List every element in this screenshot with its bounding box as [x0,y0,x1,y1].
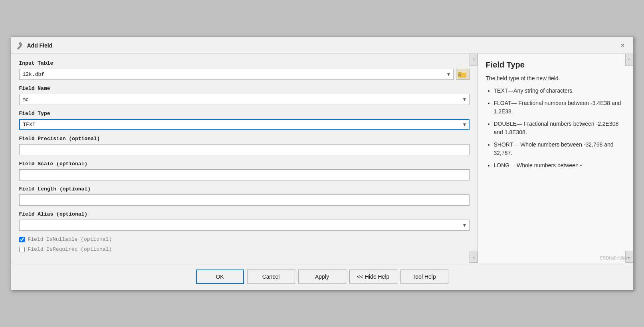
ok-button[interactable]: OK [196,270,244,284]
title-bar-left: Add Field [16,42,53,50]
field-alias-input[interactable] [19,220,470,231]
help-item-text: TEXT—Any string of characters. [494,87,625,95]
right-panel: ⌃ Field Type The field type of the new f… [478,54,633,263]
field-isnullable-label: Field IsNullable (optional) [28,236,112,242]
field-scale-input[interactable] [19,169,470,180]
scroll-up-button[interactable]: ⌃ [470,54,478,66]
hide-help-button[interactable]: << Hide Help [349,270,397,284]
field-alias-row: ▼ [19,220,470,231]
left-panel: ⌃ Input Table ▼ [11,54,478,263]
browse-button[interactable] [456,69,470,80]
field-isnullable-checkbox[interactable] [19,237,25,242]
field-isrequired-label: Field IsRequired (optional) [28,246,112,252]
input-table-row: ▼ [19,69,470,80]
field-alias-section: Field Alias (optional) ▼ [19,211,470,231]
field-length-input[interactable] [19,194,470,206]
add-field-dialog: Add Field × ⌃ Input Table ▼ [11,37,634,290]
help-item-double: DOUBLE— Fractional numbers between -2.2E… [494,120,625,137]
footer: OK Cancel Apply << Hide Help Tool Help [11,263,633,290]
field-name-dropdown-wrapper: ▼ [19,94,470,105]
input-table-field[interactable] [19,69,454,80]
field-name-label: Field Name [19,85,470,91]
field-precision-row [19,144,470,155]
hammer-icon [16,42,24,50]
close-button[interactable]: × [617,40,628,51]
field-type-dropdown-wrapper: TEXT FLOAT DOUBLE SHORT LONG ▼ [19,119,470,130]
field-precision-label: Field Precision (optional) [19,136,470,142]
title-bar: Add Field × [11,37,633,54]
field-name-row: ▼ [19,94,470,105]
input-table-label: Input Table [19,60,470,66]
field-type-select[interactable]: TEXT FLOAT DOUBLE SHORT LONG [19,119,470,130]
help-item-short: SHORT— Whole numbers between -32,768 and… [494,141,625,157]
scroll-down-button[interactable]: ⌄ [470,251,478,263]
field-type-label: Field Type [19,111,470,117]
apply-button[interactable]: Apply [298,270,346,284]
field-isnullable-row: Field IsNullable (optional) [19,236,470,242]
svg-rect-1 [17,44,22,49]
field-precision-section: Field Precision (optional) [19,136,470,155]
help-title: Field Type [486,60,625,69]
field-isrequired-row: Field IsRequired (optional) [19,246,470,252]
help-item-float: FLOAT— Fractional numbers between -3.4E3… [494,99,625,116]
field-scale-label: Field Scale (optional) [19,161,470,167]
field-name-input[interactable] [19,94,470,105]
field-isrequired-checkbox[interactable] [19,247,25,252]
field-name-section: Field Name ▼ [19,85,470,105]
input-table-dropdown-wrapper: ▼ [19,69,454,80]
cancel-button[interactable]: Cancel [247,270,295,284]
field-length-label: Field Length (optional) [19,186,470,192]
field-scale-section: Field Scale (optional) [19,161,470,180]
field-precision-input[interactable] [19,144,470,155]
field-scale-row [19,169,470,180]
watermark: CSDN@元至kk [600,255,630,261]
field-alias-dropdown-wrapper: ▼ [19,220,470,231]
field-length-section: Field Length (optional) [19,186,470,206]
dialog-title: Add Field [27,42,53,49]
svg-rect-5 [459,74,461,75]
field-alias-label: Field Alias (optional) [19,211,470,217]
tool-help-button[interactable]: Tool Help [400,270,448,284]
dialog-body: ⌃ Input Table ▼ [11,54,633,263]
right-scroll-up-button[interactable]: ⌃ [625,54,633,66]
help-item-long: LONG— Whole numbers between - [494,161,625,170]
folder-icon [458,71,467,78]
field-type-section: Field Type TEXT FLOAT DOUBLE SHORT LONG … [19,111,470,130]
input-table-section: Input Table ▼ [19,60,470,80]
help-intro: The field type of the new field. [486,74,625,83]
field-length-row [19,194,470,206]
help-content: The field type of the new field. TEXT—An… [486,74,625,170]
help-list: TEXT—Any string of characters. FLOAT— Fr… [486,87,625,170]
field-type-row: TEXT FLOAT DOUBLE SHORT LONG ▼ [19,119,470,130]
